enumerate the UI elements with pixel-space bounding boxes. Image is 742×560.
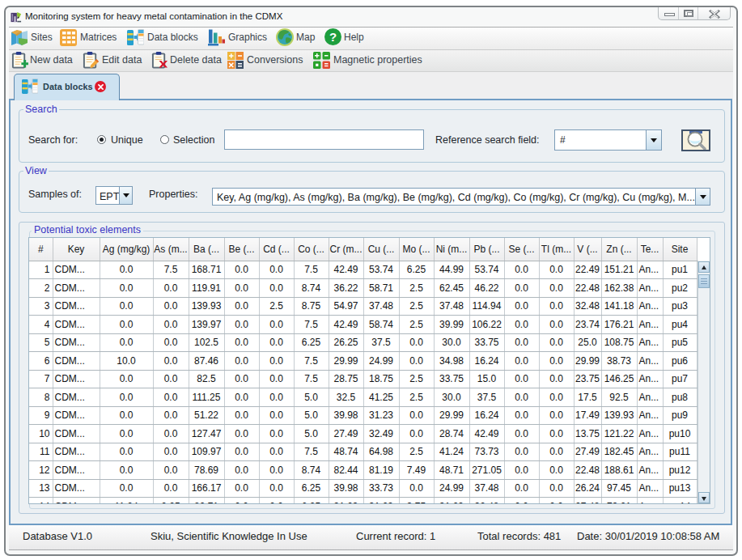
svg-text:?: ? xyxy=(329,30,337,44)
